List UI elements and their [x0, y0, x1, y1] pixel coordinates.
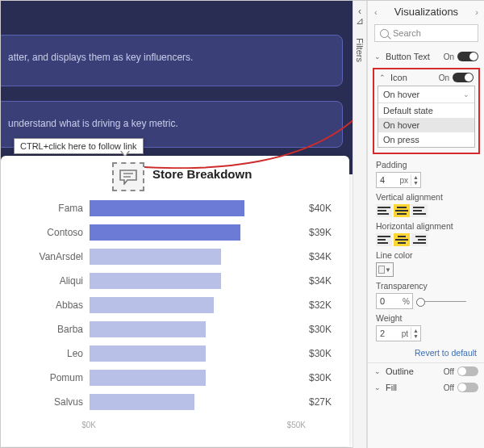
dropdown-option[interactable]: Default state	[378, 103, 474, 118]
number-unit: %	[403, 297, 412, 306]
value-label: $32K	[304, 299, 332, 311]
value-label: $30K	[304, 372, 332, 383]
dropdown-option[interactable]: On hover	[378, 118, 474, 132]
spinner-icon[interactable]: ▲▼	[411, 174, 420, 186]
field-label: Vertical alignment	[376, 192, 477, 202]
revert-to-default-link[interactable]: Revert to default	[368, 343, 484, 362]
category-label: Fama	[25, 203, 90, 214]
toggle-state-label: On	[444, 52, 454, 61]
field-label: Padding	[376, 160, 477, 170]
chart-title: Store Breakdown	[152, 167, 252, 181]
highlight-box: ⌃Icon On On hover ⌄ Default stateOn hove…	[373, 68, 480, 154]
value-label: $27K	[304, 396, 332, 408]
chevron-down-icon: ⌄	[374, 52, 382, 61]
field-label: Horizontal alignment	[376, 221, 477, 231]
bar-track	[90, 394, 304, 410]
value-label: $40K	[304, 203, 332, 214]
section-fill[interactable]: ⌄Fill Off	[368, 379, 484, 396]
section-label: Icon	[390, 73, 407, 82]
bar	[90, 249, 221, 265]
visual-card-fragment[interactable]: atter, and displays them as key influenc…	[1, 35, 343, 86]
funnel-icon: ⊿	[356, 15, 364, 27]
bar	[90, 224, 240, 241]
chevron-down-icon: ⌄	[374, 383, 382, 391]
weight-input[interactable]: 2 pt ▲▼	[376, 325, 421, 341]
bar-track	[90, 345, 304, 362]
section-label: Outline	[386, 366, 414, 376]
bar-track	[90, 321, 304, 337]
value-label: $39K	[304, 227, 332, 238]
toggle-switch[interactable]	[457, 366, 478, 376]
search-input[interactable]: Search	[374, 24, 478, 42]
align-bottom-button[interactable]	[411, 204, 428, 217]
bar	[90, 200, 244, 216]
align-right-button[interactable]	[411, 233, 428, 246]
filters-label: Filters	[355, 38, 365, 62]
value-label: $30K	[304, 324, 332, 335]
value-label: $30K	[304, 348, 332, 359]
category-label: Salvus	[25, 396, 90, 408]
chevron-down-icon: ⌄	[374, 367, 382, 375]
chevron-down-icon: ▼	[385, 266, 391, 274]
dropdown-list: Default stateOn hoverOn press	[378, 103, 474, 147]
filters-pane-collapsed[interactable]: ‹ ⊿ Filters	[353, 1, 367, 448]
field-label: Weight	[376, 313, 477, 323]
x-axis: $0K$50K	[25, 421, 332, 429]
category-label: Abbas	[25, 299, 90, 311]
section-label: Fill	[386, 383, 397, 392]
dropdown-option[interactable]: On press	[378, 132, 474, 147]
category-label: Leo	[25, 348, 90, 359]
align-center-button[interactable]	[394, 233, 410, 246]
speech-bubble-icon	[119, 169, 138, 185]
align-left-button[interactable]	[376, 233, 392, 246]
table-row: Salvus$27K	[25, 390, 332, 414]
number-value: 2	[377, 329, 402, 338]
section-outline[interactable]: ⌄Outline Off	[368, 362, 484, 379]
table-row: Aliqui$34K	[25, 269, 332, 293]
field-label: Transparency	[376, 281, 477, 291]
visualizations-pane: ‹ Visualizations › Search ⌄Button Text O…	[367, 1, 484, 448]
table-row: Abbas$32K	[25, 293, 332, 317]
section-label: Button Text	[386, 52, 430, 61]
category-label: Barba	[25, 324, 90, 335]
number-unit: px	[400, 176, 411, 185]
align-top-button[interactable]	[376, 204, 392, 217]
table-row: Fama$40K	[25, 196, 332, 220]
bar-track	[90, 370, 304, 386]
chevron-down-icon: ⌄	[463, 90, 469, 98]
table-row: Pomum$30K	[25, 366, 332, 390]
section-icon[interactable]: ⌃Icon On	[378, 73, 475, 86]
bar-track	[90, 224, 304, 241]
button-icon-selected[interactable]	[112, 162, 144, 191]
transparency-slider[interactable]	[418, 301, 466, 302]
bar-chart[interactable]: Fama$40KContoso$39KVanArsdel$34KAliqui$3…	[25, 196, 332, 429]
transparency-input[interactable]: 0 %	[376, 293, 413, 309]
table-row: Leo$30K	[25, 341, 332, 366]
bar	[90, 297, 214, 313]
bar-track	[90, 273, 304, 289]
vertical-alignment-field: Vertical alignment	[368, 190, 484, 219]
value-label: $34K	[304, 251, 332, 262]
toggle-switch[interactable]	[457, 383, 478, 392]
chevron-right-icon[interactable]: ›	[475, 7, 478, 17]
section-button-text[interactable]: ⌄Button Text On	[368, 48, 484, 65]
toggle-state-label: Off	[444, 367, 454, 376]
icon-state-dropdown[interactable]: On hover ⌄ Default stateOn hoverOn press	[378, 86, 475, 148]
align-middle-button[interactable]	[394, 204, 410, 217]
search-icon	[380, 29, 389, 38]
bar-track	[90, 249, 304, 265]
bar-track	[90, 200, 304, 216]
bar	[90, 370, 206, 386]
number-value: 0	[377, 296, 403, 306]
number-unit: pt	[402, 329, 411, 338]
spinner-icon[interactable]: ▲▼	[411, 328, 420, 339]
color-picker[interactable]: ▼	[376, 262, 394, 277]
chevron-up-icon: ⌃	[379, 73, 387, 82]
number-value: 4	[377, 175, 400, 185]
chevron-left-icon[interactable]: ‹	[374, 7, 378, 17]
dropdown-selected[interactable]: On hover ⌄	[378, 86, 474, 103]
toggle-switch[interactable]	[453, 73, 474, 82]
padding-input[interactable]: 4 px ▲▼	[376, 172, 421, 188]
toggle-switch[interactable]	[457, 52, 478, 61]
category-label: Contoso	[25, 227, 90, 238]
